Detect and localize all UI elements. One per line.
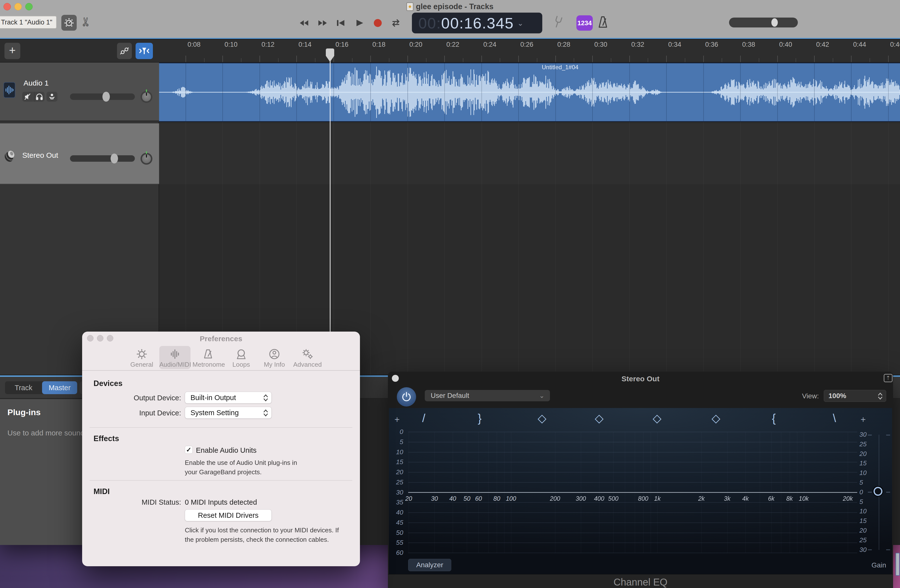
- metronome-icon[interactable]: [597, 15, 608, 30]
- track-volume-slider[interactable]: [70, 93, 135, 100]
- tab-audio-midi[interactable]: Audio/MIDI: [159, 346, 191, 369]
- track-header-stereo-out[interactable]: Stereo Out: [0, 124, 159, 184]
- chevron-down-icon[interactable]: ⌄: [517, 19, 523, 28]
- master-volume-handle[interactable]: [771, 18, 778, 27]
- smart-controls-button[interactable]: [61, 15, 77, 31]
- region-grid-line: [556, 63, 556, 122]
- add-track-button[interactable]: +: [5, 43, 20, 59]
- ruler-tick-minor: [722, 58, 722, 62]
- eq-band-peak-icon[interactable]: ◇: [647, 412, 667, 425]
- master-track-volume-slider[interactable]: [70, 155, 135, 162]
- zero-db-line: [408, 492, 857, 493]
- open-in-window-icon[interactable]: ⇡: [884, 374, 892, 382]
- cycle-button[interactable]: [391, 18, 401, 28]
- automation-button[interactable]: [117, 43, 132, 59]
- pan-knob[interactable]: [141, 153, 152, 165]
- eq-band-high-shelf-icon[interactable]: {: [764, 412, 784, 425]
- tab-track[interactable]: Track: [5, 381, 42, 394]
- loop-icon: [226, 346, 257, 360]
- track-header-audio-1[interactable]: Audio 1: [0, 63, 159, 122]
- output-device-select[interactable]: Built-in Output: [185, 391, 272, 404]
- eq-grid-line: [657, 432, 658, 553]
- solo-button[interactable]: [34, 92, 45, 102]
- plugin-window-title: Stereo Out: [388, 374, 893, 383]
- tab-metronome[interactable]: Metronome: [192, 346, 223, 369]
- eq-grid-line: [581, 432, 581, 553]
- track-name[interactable]: Stereo Out: [22, 151, 58, 159]
- ruler-tick: [481, 56, 482, 62]
- region-grid-line: [259, 63, 260, 122]
- gain-label: Gain: [854, 561, 886, 569]
- tab-loops[interactable]: Loops: [226, 346, 257, 369]
- eq-grid-line: [408, 523, 857, 523]
- tuner-icon[interactable]: [552, 16, 563, 30]
- time-ruler[interactable]: 0:080:100:120:140:160:180:200:220:240:26…: [159, 40, 900, 63]
- eq-right-db-label: 25: [860, 536, 872, 544]
- region-name: Untitled_1#04: [542, 64, 579, 71]
- tab-general[interactable]: General: [126, 346, 157, 369]
- ruler-tick: [186, 56, 186, 62]
- record-button[interactable]: [373, 18, 383, 28]
- eq-band-peak-icon[interactable]: ◇: [532, 412, 552, 425]
- ruler-tick-minor: [315, 58, 315, 62]
- eq-band-peak-icon[interactable]: ◇: [589, 412, 609, 425]
- view-select[interactable]: 100%: [824, 390, 886, 402]
- ruler-tick: [222, 56, 223, 62]
- eq-grid-line: [408, 432, 857, 432]
- preferences-dialog: Preferences General Audio/MIDI Metronome…: [82, 331, 360, 566]
- eq-band-lowpass-icon[interactable]: \: [824, 412, 844, 425]
- eq-left-db-label: 5: [391, 438, 403, 446]
- analyzer-button[interactable]: Analyzer: [408, 559, 451, 571]
- eq-band-low-shelf-icon[interactable]: }: [470, 412, 490, 425]
- master-track-volume-handle[interactable]: [110, 153, 118, 164]
- ruler-label: 0:18: [372, 41, 385, 48]
- audio-region[interactable]: Untitled_1#04: [159, 63, 900, 122]
- eq-frequency-label: 40: [449, 495, 456, 502]
- waveform-icon: [159, 346, 191, 360]
- enable-audio-units-checkbox[interactable]: ✓: [185, 446, 193, 454]
- eq-frequency-label: 500: [608, 495, 619, 502]
- rewind-button[interactable]: [299, 18, 309, 28]
- fast-forward-button[interactable]: [318, 18, 328, 28]
- ruler-tick: [703, 56, 704, 62]
- person-icon: [259, 346, 290, 360]
- preset-select[interactable]: User Default⌄: [425, 390, 550, 401]
- power-button[interactable]: [397, 387, 416, 407]
- mute-button[interactable]: [22, 92, 33, 102]
- pan-knob[interactable]: [141, 91, 152, 103]
- input-monitor-icon: [48, 93, 56, 100]
- gain-slider-handle[interactable]: [874, 487, 883, 496]
- lcd-display[interactable]: 00: 00:16.345 ⌄: [412, 12, 542, 33]
- master-volume-slider[interactable]: [729, 17, 798, 28]
- eq-band-peak-icon[interactable]: ◇: [706, 412, 726, 425]
- region-grid-line: [186, 63, 186, 122]
- ruler-tick: [740, 56, 741, 62]
- gain-dash: [868, 492, 872, 492]
- track-name[interactable]: Audio 1: [23, 79, 49, 87]
- tab-advanced[interactable]: Advanced: [292, 346, 323, 369]
- eq-grid-line: [643, 432, 644, 553]
- ruler-label: 0:12: [261, 41, 275, 48]
- tab-master[interactable]: Master: [42, 381, 77, 394]
- scrollbar-widget[interactable]: [895, 553, 900, 576]
- reset-midi-drivers-button[interactable]: Reset MIDI Drivers: [185, 509, 272, 521]
- eq-grid-line: [408, 452, 857, 452]
- play-button[interactable]: [356, 18, 366, 28]
- track-volume-handle[interactable]: [102, 92, 110, 102]
- catch-playhead-button[interactable]: [136, 43, 153, 59]
- eq-frequency-label: 400: [594, 495, 604, 502]
- input-device-select[interactable]: System Setting: [185, 407, 272, 419]
- tab-my-info[interactable]: My Info: [259, 346, 290, 369]
- eq-frequency-label: 300: [576, 495, 586, 502]
- scissors-icon[interactable]: ✄: [79, 17, 93, 27]
- go-to-beginning-button[interactable]: [337, 18, 346, 28]
- eq-graph[interactable]: Analyzer Gain 05101520253035404550556030…: [389, 408, 892, 574]
- eq-plus-left: +: [394, 415, 400, 425]
- eq-band-highpass-icon[interactable]: /: [414, 412, 434, 425]
- metronome-icon: [192, 346, 223, 360]
- count-in-button[interactable]: 1234: [576, 15, 593, 31]
- input-monitoring-button[interactable]: [47, 92, 57, 102]
- eq-left-db-label: 20: [391, 468, 403, 476]
- ruler-tick: [259, 56, 260, 62]
- midi-heading: MIDI: [93, 487, 110, 496]
